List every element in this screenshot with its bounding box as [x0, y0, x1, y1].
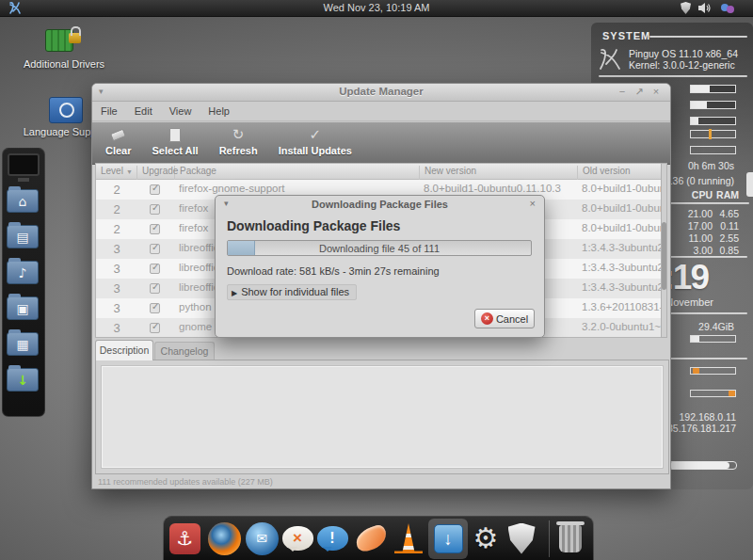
upgrade-checkbox[interactable]: ✓: [150, 244, 160, 254]
level-cell: 2: [96, 202, 137, 216]
upgrade-checkbox[interactable]: ✓: [150, 264, 160, 274]
package-cell: firefox-gnome-support: [179, 183, 418, 194]
chat-app-icon[interactable]: ×: [280, 521, 314, 555]
wan-ip-value: 85.176.181.217: [667, 423, 736, 434]
cancel-button[interactable]: × Cancel: [474, 309, 535, 328]
cpu-column-header: CPU: [692, 189, 713, 200]
old-version-cell: 1:3.4.3-3ubuntu2: [582, 281, 664, 293]
select-all-button[interactable]: Select All: [147, 125, 204, 156]
column-header-upgrade[interactable]: Upgrade: [137, 166, 175, 180]
dialog-title: Downloading Package Files: [216, 199, 544, 210]
divider: [599, 75, 747, 77]
documents-folder-icon: ▤: [7, 225, 39, 248]
screen-edge-widget: [746, 172, 753, 197]
scrollbar-thumb[interactable]: [662, 222, 666, 290]
old-version-cell: 1:3.4.3-3ubuntu2: [582, 262, 664, 273]
column-header-new-version[interactable]: New version: [420, 166, 578, 180]
divider: [668, 202, 749, 204]
upgrade-checkbox[interactable]: ✓: [150, 303, 160, 313]
volume-icon[interactable]: [698, 2, 712, 14]
old-version-cell: 8.0+build1-0ubuntu0: [582, 202, 664, 214]
old-version-cell: 3.2.0-0ubuntu1~one: [582, 321, 664, 332]
additional-drivers-icon: [45, 25, 83, 56]
description-content: [101, 365, 664, 469]
clear-button[interactable]: Clear: [100, 125, 137, 156]
menu-item[interactable]: Edit: [126, 103, 161, 117]
dialog-heading: Downloading Package Files: [227, 218, 400, 233]
panel-clock[interactable]: Wed Nov 23, 10:19 AM: [0, 2, 753, 13]
update-manager-dock-icon[interactable]: ↓: [431, 521, 465, 555]
conky-os-label: Pinguy OS 11.10 x86_64: [629, 48, 738, 59]
old-version-cell: 8.0+build1-0ubuntu0: [582, 222, 664, 233]
messages-app-icon[interactable]: !: [315, 521, 349, 555]
tab-changelog[interactable]: Changelog: [154, 342, 215, 360]
dock-item-documents[interactable]: ▤: [7, 225, 40, 254]
dock-item-home[interactable]: ⌂: [7, 189, 40, 218]
upgrade-checkbox[interactable]: ✓: [150, 224, 160, 234]
dock-item-videos[interactable]: ▦: [7, 332, 40, 361]
uptime-value: 0h 6m 30s: [688, 160, 734, 171]
cpu-usage-bars: [690, 85, 736, 133]
refresh-icon: ↻: [232, 126, 245, 143]
refresh-button[interactable]: ↻ Refresh: [214, 125, 264, 156]
thunderbird-icon[interactable]: ✉: [245, 521, 279, 555]
vlc-icon[interactable]: [392, 521, 425, 555]
dock-item-music[interactable]: ♪: [7, 261, 40, 290]
table-scrollbar[interactable]: [661, 163, 667, 338]
docky-anchor-icon[interactable]: ⚓: [168, 521, 201, 555]
videos-folder-icon: ▦: [7, 332, 39, 356]
show-individual-files-expander[interactable]: ▶Show for individual files: [227, 284, 357, 300]
bottom-dock: ⚓ ✉ × ! ↓ ⚙: [163, 516, 594, 560]
menu-item[interactable]: File: [92, 103, 126, 117]
users-indicator-icon[interactable]: [721, 2, 736, 14]
download-progressbar: Downloading file 45 of 111: [227, 240, 532, 256]
desktop-icon-additional-drivers[interactable]: Additional Drivers: [19, 25, 109, 70]
disk-usage-bar: [690, 335, 736, 343]
close-button[interactable]: ×: [649, 86, 663, 97]
description-panel: [95, 360, 669, 474]
cpu-freq-bar: [690, 130, 736, 138]
divider: [649, 36, 747, 38]
toolbar: Clear Select All ↻ Refresh ✓ Install Upd…: [92, 121, 670, 165]
security-shield-icon[interactable]: [505, 521, 538, 555]
dock-item-computer[interactable]: [7, 153, 40, 183]
download-rate-text: Download rate: 581 kB/s - 3min 27s remai…: [227, 265, 440, 277]
upgrade-checkbox[interactable]: ✓: [150, 323, 160, 333]
eraser-icon: [110, 128, 126, 141]
music-player-icon[interactable]: [354, 521, 388, 555]
old-version-cell: 1.3.6+20110831-0ub: [582, 301, 664, 312]
install-updates-button[interactable]: ✓ Install Updates: [273, 125, 358, 156]
upgrade-checkbox[interactable]: ✓: [150, 283, 160, 294]
window-titlebar[interactable]: ▾ Update Manager − ↗ ×: [92, 84, 670, 102]
tab-description[interactable]: Description: [95, 340, 153, 360]
table-header: Level▼ Upgrade Package New version Old v…: [96, 164, 663, 180]
firefox-icon[interactable]: [207, 521, 241, 555]
processes-value: 136 (0 running): [667, 175, 734, 186]
dialog-close-icon[interactable]: ×: [530, 198, 536, 209]
column-header-level[interactable]: Level▼: [96, 166, 137, 180]
upgrade-checkbox[interactable]: ✓: [150, 184, 160, 195]
minimize-button[interactable]: −: [616, 86, 629, 97]
menu-item[interactable]: Help: [200, 103, 238, 117]
column-header-package[interactable]: Package: [175, 166, 420, 180]
language-support-icon: [49, 97, 83, 123]
pinguy-logo-icon: [597, 47, 623, 72]
dock-item-downloads[interactable]: ↓: [7, 368, 40, 397]
dialog-titlebar[interactable]: ▾ Downloading Package Files ×: [216, 196, 544, 213]
maximize-button[interactable]: ↗: [633, 86, 646, 98]
menu-item[interactable]: View: [161, 103, 200, 117]
home-folder-icon: ⌂: [7, 189, 39, 213]
dock-item-pictures[interactable]: ▣: [7, 296, 40, 326]
upgrade-checkbox[interactable]: ✓: [150, 204, 160, 215]
disk-usage-value: 29.4GiB: [698, 321, 734, 332]
level-cell: 2: [96, 183, 137, 197]
level-cell: 3: [96, 281, 137, 296]
level-cell: 3: [96, 242, 137, 256]
cancel-x-icon: ×: [481, 312, 493, 325]
trash-icon[interactable]: [553, 521, 587, 555]
settings-gear-icon[interactable]: ⚙: [469, 521, 503, 555]
pictures-folder-icon: ▣: [7, 296, 39, 320]
level-cell: 3: [96, 301, 137, 315]
conky-kernel-label: Kernel: 3.0.0-12-generic: [629, 59, 735, 71]
column-header-old-version[interactable]: Old version: [578, 166, 664, 180]
